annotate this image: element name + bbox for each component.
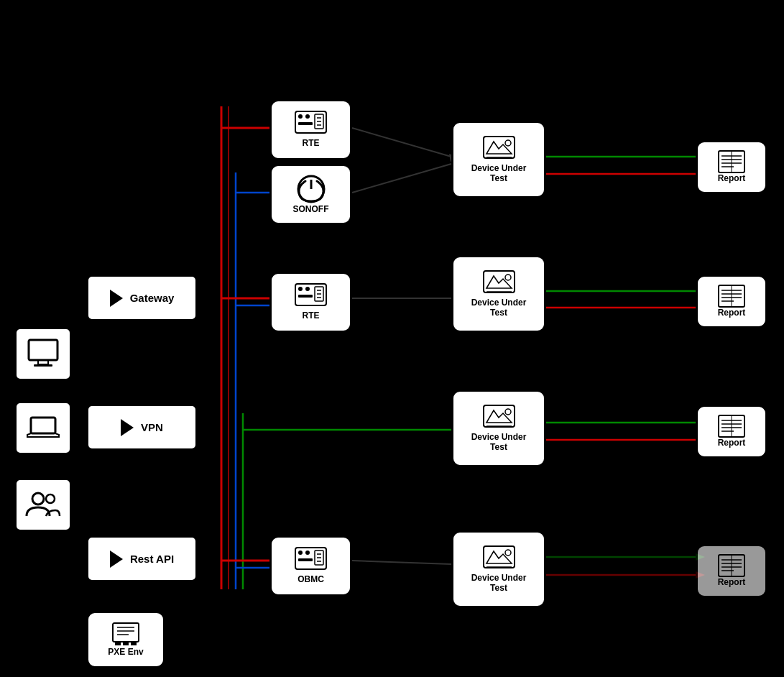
svg-point-90 [505,550,511,556]
report2-label: Report [718,308,746,318]
report3-icon [718,415,745,438]
report3-label: Report [718,438,746,448]
svg-line-23 [352,561,451,564]
gateway-node: Gateway [86,275,198,321]
gateway-label: Gateway [130,292,175,304]
users-icon [25,487,61,523]
svg-rect-89 [484,546,515,568]
svg-line-20 [352,164,451,193]
vpn-label: VPN [141,421,163,433]
restapi-play-icon [110,551,123,568]
dut3-node: Device UnderTest [451,390,546,467]
svg-rect-47 [113,623,139,642]
svg-rect-52 [123,642,129,645]
obmc-label: OBMC [298,574,324,584]
dut2-node: Device UnderTest [451,255,546,333]
svg-rect-75 [298,558,313,561]
svg-rect-57 [298,122,313,125]
computer-icon [25,336,61,372]
pxe-node: PXE Env [86,611,165,668]
dut3-icon [483,405,515,432]
svg-rect-67 [298,295,313,298]
rte1-icon [295,111,327,138]
svg-rect-53 [131,642,137,645]
computer-node [14,327,72,381]
report2-node: Report [696,275,767,328]
dut1-icon [483,136,515,163]
svg-point-56 [305,114,310,119]
dut4-label: Device UnderTest [471,573,527,594]
dut2-label: Device UnderTest [471,298,527,318]
svg-point-73 [298,551,303,555]
svg-point-87 [505,409,511,415]
dut3-label: Device UnderTest [471,432,527,453]
report3-node: Report [696,405,767,459]
rte2-node: RTE [269,272,352,333]
report1-node: Report [696,140,767,194]
laptop-node [14,401,72,455]
svg-rect-80 [484,137,515,158]
dut2-icon [483,270,515,298]
report4-label: Report [718,577,746,587]
obmc-node: OBMC [269,535,352,597]
svg-rect-86 [484,405,515,427]
svg-point-81 [505,140,511,146]
dut1-label: Device UnderTest [471,163,527,184]
svg-point-84 [505,275,511,280]
sonoff-label: SONOFF [293,204,329,214]
report4-icon [718,554,745,577]
rte2-label: RTE [303,310,320,321]
dut4-icon [483,545,515,573]
rte1-node: RTE [269,99,352,160]
sonoff-icon [296,174,326,204]
vpn-play-icon [121,419,134,436]
dut1-node: Device UnderTest [451,121,546,198]
users-node [14,478,72,532]
svg-rect-44 [31,418,55,433]
restapi-node: Rest API [86,535,198,582]
laptop-icon [25,410,61,446]
report4-node: Report [696,544,767,598]
svg-rect-43 [34,364,52,367]
pxe-label: PXE Env [108,647,143,657]
svg-point-46 [46,494,55,503]
svg-line-18 [352,128,451,157]
obmc-icon [295,547,327,574]
vpn-node: VPN [86,404,198,451]
rte1-label: RTE [303,138,320,148]
rte2-icon [295,283,327,310]
restapi-label: Rest API [130,553,174,565]
report1-label: Report [718,173,746,183]
dut4-node: Device UnderTest [451,530,546,608]
report1-icon [718,150,745,173]
gateway-play-icon [110,290,123,307]
report2-icon [718,285,745,308]
svg-rect-51 [115,642,121,645]
svg-rect-41 [29,340,57,360]
pxe-icon [111,622,140,647]
svg-rect-83 [484,271,515,293]
svg-point-65 [298,287,303,291]
svg-rect-42 [38,360,48,364]
svg-point-45 [32,493,44,505]
svg-point-66 [305,287,310,291]
svg-point-55 [298,114,303,119]
sonoff-node: SONOFF [269,164,352,225]
svg-point-74 [305,551,310,555]
